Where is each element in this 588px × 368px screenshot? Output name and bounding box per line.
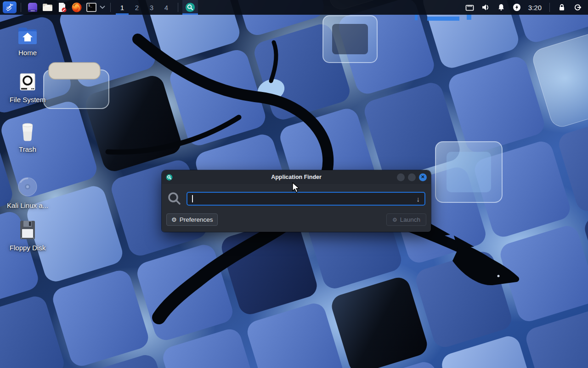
system-tray: 3:20 (462, 0, 585, 15)
panel-separator (549, 3, 550, 12)
app-finder-icon (185, 2, 195, 13)
launch-gear-icon: ⚙ (392, 217, 397, 223)
clock[interactable]: 3:20 (525, 4, 545, 12)
window-app-finder-icon (166, 174, 173, 181)
volume-icon[interactable] (478, 0, 493, 15)
network-icon[interactable] (462, 0, 478, 15)
workspace-4[interactable]: 4 (159, 0, 174, 15)
folder-icon (42, 2, 53, 13)
launch-button-label: Launch (400, 216, 420, 223)
purple-window-icon (27, 2, 38, 13)
floppy-disk-icon (2, 219, 53, 241)
panel-separator (110, 3, 111, 12)
kali-dragon-icon (5, 3, 14, 12)
terminal-dropdown-chevron-icon[interactable] (99, 0, 106, 14)
applications-menu-button[interactable] (3, 1, 17, 13)
preferences-button[interactable]: ⚙ Preferences (166, 213, 218, 226)
taskbar-application-finder[interactable] (182, 0, 198, 15)
close-button[interactable]: ✕ (419, 173, 427, 181)
desktop-icon-home[interactable]: Home (2, 26, 53, 57)
workspace-2[interactable]: 2 (130, 0, 144, 15)
titlebar[interactable]: Application Finder ✕ (162, 170, 431, 184)
terminal-icon: $_ (86, 2, 97, 13)
launch-button[interactable]: ⚙ Launch (386, 213, 426, 226)
launcher-file-manager[interactable] (40, 0, 55, 14)
search-icon (167, 190, 182, 207)
launcher-terminal[interactable]: $_ (84, 0, 99, 14)
application-finder-window: Application Finder ✕ ↓ ⚙ Preferences (162, 170, 431, 232)
desktop-icon-kali-linux[interactable]: Kali Linux a... (2, 175, 53, 209)
finder-body: ↓ ⚙ Preferences ⚙ Launch (162, 184, 431, 232)
logout-icon[interactable] (570, 0, 585, 15)
panel-separator (21, 3, 21, 12)
launcher-firefox[interactable] (69, 0, 84, 14)
desktop-icon-trash[interactable]: Trash (2, 121, 53, 153)
top-panel: $_ 1 2 3 4 (0, 0, 588, 15)
desktop-icon-label: Floppy Disk (2, 244, 53, 252)
notifications-bell-icon[interactable] (493, 0, 509, 15)
maximize-button[interactable] (408, 173, 416, 181)
workspace-3[interactable]: 3 (144, 0, 159, 15)
gear-icon: ⚙ (171, 216, 177, 223)
disc-icon (2, 175, 53, 199)
power-manager-icon[interactable] (509, 0, 525, 15)
window-title: Application Finder (162, 174, 431, 180)
home-folder-icon (2, 26, 53, 46)
preferences-button-label: Preferences (180, 216, 213, 223)
hard-drive-icon (2, 73, 53, 93)
desktop-icon-file-system[interactable]: File System (2, 73, 53, 104)
window-controls: ✕ (397, 173, 427, 181)
trash-bucket-icon (2, 121, 53, 143)
desktop-icon-label: Trash (2, 145, 53, 153)
document-icon (57, 2, 68, 13)
desktop-icon-floppy-disk[interactable]: Floppy Disk (2, 219, 53, 252)
launcher-desktop-app[interactable] (25, 0, 40, 14)
launcher-text-editor[interactable] (55, 0, 69, 14)
text-caret (192, 195, 193, 202)
dropdown-arrow-icon[interactable]: ↓ (417, 196, 420, 202)
search-input[interactable]: ↓ (187, 192, 425, 206)
lock-screen-icon[interactable] (554, 0, 570, 15)
workspace-1[interactable]: 1 (115, 0, 130, 15)
terminal-glyph: $_ (88, 4, 92, 7)
desktop-icon-label: Home (2, 49, 53, 57)
panel-separator (178, 3, 178, 12)
minimize-button[interactable] (397, 173, 405, 181)
firefox-icon (71, 2, 82, 13)
desktop-icon-label: Kali Linux a... (2, 201, 53, 209)
desktop-icon-label: File System (2, 96, 53, 104)
